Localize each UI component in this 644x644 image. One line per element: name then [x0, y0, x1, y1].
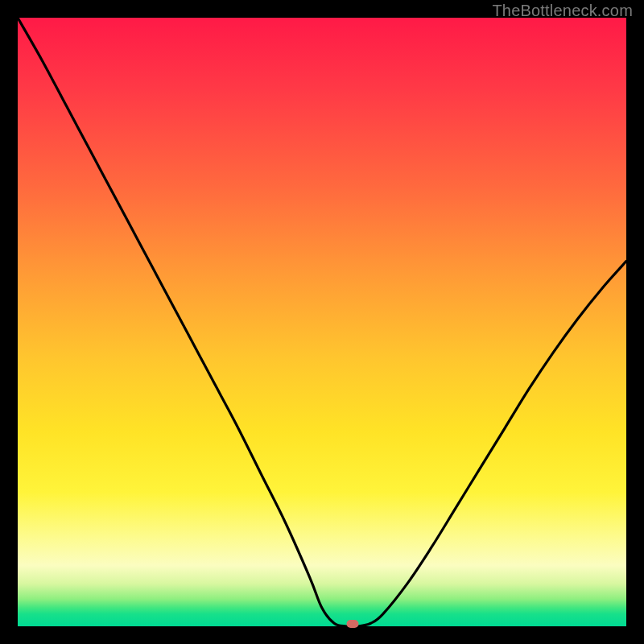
chart-frame: TheBottleneck.com — [0, 0, 644, 644]
plot-area — [18, 18, 626, 626]
bottleneck-curve — [18, 18, 626, 626]
minimum-marker — [346, 620, 358, 628]
